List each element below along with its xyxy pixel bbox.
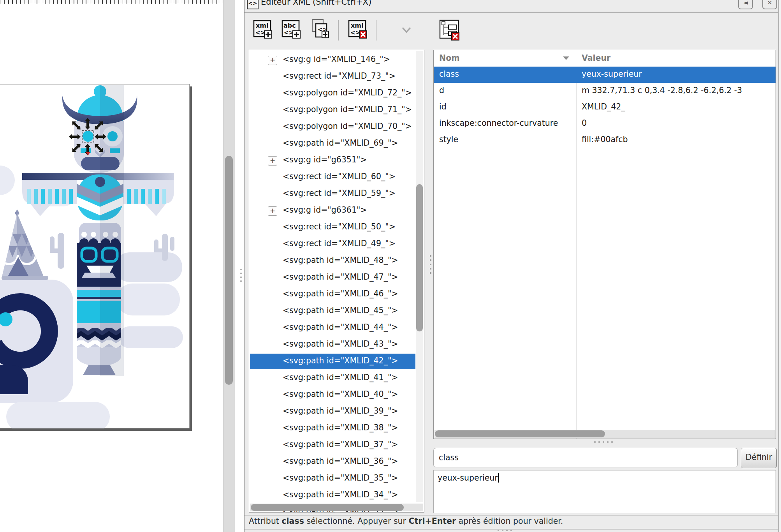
delete-attribute-button[interactable] <box>438 19 459 41</box>
tree-node[interactable]: <svg:path id="XMLID_39_"> <box>249 403 424 420</box>
tree-node[interactable]: <svg:path id="XMLID_46_"> <box>249 286 424 303</box>
new-element-node-icon: xml <> <box>253 19 274 41</box>
tree-node[interactable]: <svg:rect id="XMLID_73_"> <box>249 69 424 85</box>
attributes-table[interactable]: Nom Valeur classyeux-superieur dm 332.7,… <box>433 50 776 439</box>
svg-text:xml: xml <box>351 22 363 29</box>
attributes-header[interactable]: Nom Valeur <box>434 50 776 67</box>
column-header-value[interactable]: Valeur <box>582 53 610 63</box>
canvas-vscroll-thumb[interactable] <box>225 156 233 385</box>
svg-text:<>: <> <box>350 29 360 36</box>
expander-icon[interactable]: + <box>268 56 277 65</box>
tree-node[interactable]: <svg:rect id="XMLID_49_"> <box>249 236 424 253</box>
tree-node[interactable]: <svg:path id="XMLID_40_"> <box>249 387 424 403</box>
panel-titlebar[interactable]: <> Éditeur XML (Shift+Ctrl+X) ◄ ✕ <box>245 0 778 12</box>
xml-node-tree[interactable]: +<svg:g id="XMLID_146_"> <svg:rect id="X… <box>249 50 424 513</box>
tree-node[interactable]: <svg:path id="XMLID_34_"> <box>249 487 424 504</box>
attribute-row[interactable]: dm 332.7,71.3 c 0,3.4 -2.8,6.2 -6.2,6.2 … <box>434 83 776 99</box>
selected-eye-object[interactable] <box>83 131 93 142</box>
svg-text:xml: xml <box>256 22 268 29</box>
titlebar-separator <box>245 12 778 13</box>
page-shadow-right <box>190 86 192 431</box>
chevron-down-icon <box>399 26 413 34</box>
duplicate-node-button[interactable]: <> <box>310 19 331 41</box>
status-bar: Attribut class sélectionné. Appuyer sur … <box>245 515 778 530</box>
attribute-row[interactable]: idXMLID_42_ <box>434 99 776 116</box>
expander-icon[interactable]: + <box>268 156 277 166</box>
xml-editor-panel: <> Éditeur XML (Shift+Ctrl+X) ◄ ✕ xml <>… <box>244 0 779 532</box>
close-panel-button[interactable]: ✕ <box>762 0 777 9</box>
dock-panel-button[interactable]: ◄ <box>738 0 753 9</box>
svg-text:abc: abc <box>283 22 296 29</box>
panel-splitter[interactable] <box>235 0 244 532</box>
new-text-node-icon: abc <> <box>281 19 302 41</box>
tree-hscroll-thumb[interactable] <box>251 504 404 511</box>
tree-node[interactable]: <svg:path id="XMLID_36_"> <box>249 454 424 470</box>
define-button[interactable]: Définir <box>741 448 777 468</box>
tree-node[interactable]: <svg:path id="XMLID_44_"> <box>249 320 424 336</box>
tree-node[interactable]: <svg:path id="XMLID_41_"> <box>249 370 424 387</box>
attribute-value-text: yeux-superieur <box>438 473 498 483</box>
attribute-row-selected[interactable]: classyeux-superieur <box>434 67 776 83</box>
tree-node[interactable]: <svg:path id="XMLID_37_"> <box>249 437 424 454</box>
tree-node[interactable]: <svg:polygon id="XMLID_71_"> <box>249 102 424 119</box>
tree-node[interactable]: <svg:polygon id="XMLID_70_"> <box>249 119 424 136</box>
delete-node-button[interactable]: xml <> <box>348 19 369 41</box>
toolbar-separator <box>338 20 339 41</box>
attribute-name-input[interactable] <box>433 448 738 467</box>
expander-icon[interactable]: + <box>268 206 277 216</box>
tree-node[interactable]: +<svg:g id="XMLID_146_"> <box>249 52 424 69</box>
duplicate-node-icon: <> <box>310 19 331 41</box>
xml-toolbar: xml <> abc <> <> <box>245 16 778 48</box>
tree-vscroll-thumb[interactable] <box>416 184 423 331</box>
tree-node-selected[interactable]: <svg:path id="XMLID_42_"> <box>249 353 424 370</box>
delete-attribute-icon <box>438 19 460 41</box>
tree-node[interactable]: <svg:path id="XMLID_43_"> <box>249 336 424 353</box>
new-text-node-button[interactable]: abc <> <box>281 19 302 41</box>
svg-text:<>: <> <box>255 29 265 36</box>
page-shadow-bottom <box>0 428 192 431</box>
canvas-vertical-scrollbar[interactable] <box>223 0 235 532</box>
xml-editor-icon: <> <box>247 0 259 9</box>
tree-node[interactable]: <svg:path id="XMLID_38_"> <box>249 420 424 437</box>
column-header-name[interactable]: Nom <box>439 53 460 63</box>
tree-node[interactable]: <svg:rect id="XMLID_60_"> <box>249 169 424 186</box>
attribute-row[interactable]: stylefill:#00afcb <box>434 132 776 148</box>
tree-node[interactable]: +<svg:g id="g6361"> <box>249 203 424 219</box>
tree-vertical-scrollbar[interactable] <box>416 51 423 502</box>
toolbar-separator <box>376 20 376 41</box>
tree-node[interactable]: <svg:polygon id="XMLID_72_"> <box>249 85 424 102</box>
attribute-row[interactable]: inkscape:connector-curvature0 <box>434 116 776 132</box>
tree-node[interactable]: <svg:path id="XMLID_35_"> <box>249 470 424 487</box>
drawing-canvas[interactable] <box>0 0 223 532</box>
document-page[interactable] <box>0 0 223 532</box>
new-element-node-button[interactable]: xml <> <box>253 19 274 41</box>
sort-chevron-icon <box>563 56 569 60</box>
attrs-horizontal-scrollbar[interactable] <box>434 430 775 438</box>
svg-text:<>: <> <box>284 29 294 36</box>
delete-node-icon: xml <> <box>348 19 369 41</box>
tree-node[interactable]: <svg:rect id="XMLID_59_"> <box>249 186 424 203</box>
tree-horizontal-scrollbar[interactable] <box>250 504 423 511</box>
horizontal-ruler <box>0 0 223 4</box>
totem-shading <box>100 85 124 376</box>
tree-node[interactable]: <svg:path id="XMLID_45_"> <box>249 303 424 320</box>
text-caret <box>498 473 499 483</box>
tree-node[interactable]: <svg:path id="XMLID_69_"> <box>249 136 424 152</box>
more-tools-chevron[interactable] <box>399 26 420 48</box>
tree-node[interactable]: <svg:rect id="XMLID_50_"> <box>249 219 424 236</box>
tree-node[interactable]: <svg:path id="XMLID_48_"> <box>249 253 424 270</box>
tree-node[interactable]: <svg:path id="XMLID_47_"> <box>249 270 424 286</box>
tree-node[interactable]: +<svg:g id="g6351"> <box>249 152 424 169</box>
panel-title: Éditeur XML (Shift+Ctrl+X) <box>261 0 371 7</box>
attribute-value-textarea[interactable]: yeux-superieur <box>433 470 776 513</box>
attrs-hscroll-thumb[interactable] <box>435 430 605 437</box>
